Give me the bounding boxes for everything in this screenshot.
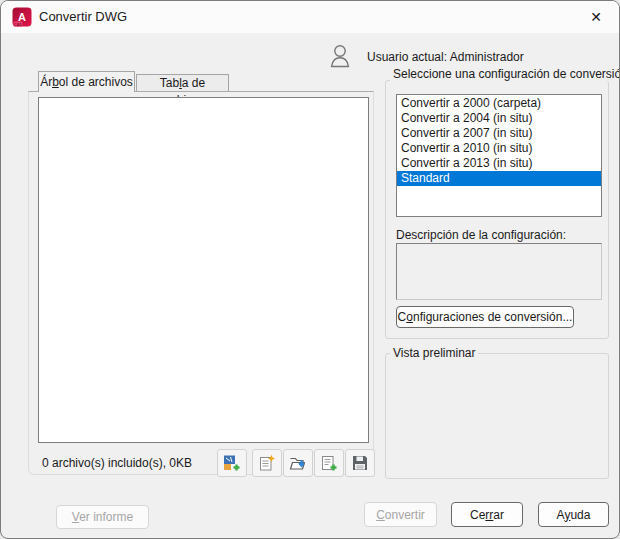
- conversion-setup-listbox: Convertir a 2000 (carpeta) Convertir a 2…: [396, 94, 602, 217]
- file-tab-page: 0 archivo(s) incluido(s), 0KB: [28, 91, 374, 475]
- conversion-setup-group-title: Seleccione una configuración de conversi…: [390, 67, 620, 81]
- svg-text:CAD: CAD: [14, 23, 22, 27]
- new-list-button[interactable]: [252, 449, 282, 477]
- setup-option[interactable]: Convertir a 2004 (in situ): [397, 111, 601, 126]
- conversion-setups-button[interactable]: Configuraciones de conversión...: [396, 306, 574, 328]
- close-button[interactable]: Cerrar: [451, 502, 523, 527]
- tab-file-table[interactable]: Tabla de archivos: [136, 74, 229, 92]
- setup-option[interactable]: Convertir a 2007 (in situ): [397, 126, 601, 141]
- append-list-button[interactable]: [314, 449, 344, 477]
- add-file-icon: [223, 454, 241, 472]
- save-list-button[interactable]: [345, 449, 375, 477]
- add-file-button[interactable]: [217, 449, 247, 477]
- setup-option[interactable]: Convertir a 2010 (in situ): [397, 141, 601, 156]
- preview-group-title: Vista preliminar: [390, 346, 478, 360]
- setup-description-label: Descripción de la configuración:: [396, 228, 566, 242]
- save-list-icon: [351, 454, 369, 472]
- user-outline-icon: [326, 42, 354, 70]
- title-bar: A CAD Convertir DWG ✕: [1, 1, 619, 33]
- conversion-setup-group: Convertir a 2000 (carpeta) Convertir a 2…: [385, 80, 609, 339]
- dwg-convert-dialog: A CAD Convertir DWG ✕ Usuario actual: Ad…: [0, 0, 620, 539]
- new-list-icon: [258, 454, 276, 472]
- setup-option[interactable]: Convertir a 2000 (carpeta): [397, 96, 601, 111]
- open-list-button[interactable]: [283, 449, 313, 477]
- setup-option-selected[interactable]: Standard: [397, 171, 601, 186]
- append-list-icon: [320, 454, 338, 472]
- open-list-icon: [289, 454, 307, 472]
- file-count-status: 0 archivo(s) incluido(s), 0KB: [42, 456, 192, 470]
- current-user-label: Usuario actual: Administrador: [367, 50, 524, 64]
- svg-text:A: A: [18, 11, 26, 23]
- setup-option[interactable]: Convertir a 2013 (in situ): [397, 156, 601, 171]
- window-title: Convertir DWG: [39, 1, 127, 33]
- help-button[interactable]: Ayuda: [538, 502, 609, 527]
- setup-description-box: [396, 243, 602, 300]
- view-report-button[interactable]: Ver informe: [56, 505, 149, 529]
- preview-group: [385, 353, 609, 479]
- tab-file-tree[interactable]: Árbol de archivos: [38, 71, 135, 92]
- close-icon[interactable]: ✕: [573, 1, 619, 33]
- file-tree-list[interactable]: [38, 97, 369, 443]
- autocad-logo-icon: A CAD: [12, 7, 32, 27]
- convert-button[interactable]: Convertir: [364, 502, 437, 527]
